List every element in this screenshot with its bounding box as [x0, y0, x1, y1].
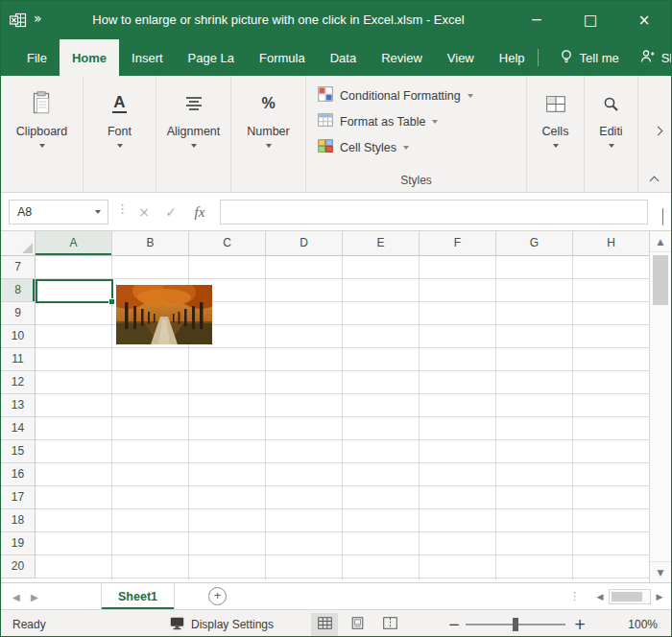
- search-icon: [603, 88, 619, 119]
- zoom-slider-thumb[interactable]: [513, 618, 518, 631]
- cancel-button[interactable]: ×: [132, 200, 156, 224]
- zoom-level-label[interactable]: 100%: [628, 618, 658, 631]
- close-button[interactable]: ×: [617, 1, 671, 39]
- formula-bar-drag-dots[interactable]: ⋮: [116, 201, 129, 216]
- row-header[interactable]: 9: [1, 302, 35, 325]
- excel-window: » How to enlarge or shrink picture with …: [0, 0, 672, 637]
- status-bar: Ready Display Settings: [1, 609, 671, 637]
- window-controls: ─ □ ×: [510, 1, 671, 39]
- tell-me-label: Tell me: [580, 51, 619, 65]
- page-layout-view-button[interactable]: [344, 613, 371, 636]
- row-header[interactable]: 10: [1, 325, 35, 348]
- maximize-button[interactable]: □: [564, 1, 617, 39]
- zoom-out-button[interactable]: −: [445, 616, 463, 633]
- clipboard-icon: [32, 88, 53, 119]
- scroll-up-arrow[interactable]: ▲: [650, 231, 671, 252]
- ribbon-group-font[interactable]: A Font: [84, 76, 156, 192]
- zoom-in-button[interactable]: +: [571, 616, 588, 633]
- menu-divider: [538, 49, 539, 66]
- row-header[interactable]: 7: [1, 256, 35, 279]
- ribbon-scroll-right-button[interactable]: [651, 105, 664, 156]
- share-label: Share: [661, 51, 672, 65]
- row-header[interactable]: 8: [1, 279, 35, 302]
- select-all-triangle-icon: [22, 243, 33, 253]
- alignment-icon: [185, 88, 203, 119]
- horizontal-scrollbar-thumb[interactable]: [612, 592, 642, 602]
- new-sheet-button[interactable]: +: [208, 587, 227, 605]
- ribbon-group-number[interactable]: % Number: [231, 76, 306, 192]
- column-header[interactable]: A: [36, 231, 112, 255]
- tab-home[interactable]: Home: [60, 39, 119, 76]
- autumn-path-picture[interactable]: [116, 285, 212, 344]
- zoom-slider-track[interactable]: [466, 624, 565, 625]
- scroll-down-arrow[interactable]: ▼: [650, 561, 671, 582]
- tab-file[interactable]: File: [14, 39, 60, 76]
- row-headers: 7 8 9 10 11 12 13 14 15 16 17 18 19 20: [1, 256, 36, 578]
- expand-formula-bar-button[interactable]: [662, 208, 663, 225]
- formula-input[interactable]: [220, 200, 648, 224]
- ribbon-group-label: Cells: [542, 125, 569, 138]
- enter-button[interactable]: ✓: [158, 200, 183, 224]
- row-header[interactable]: 20: [1, 555, 35, 578]
- row-header[interactable]: 16: [1, 463, 35, 486]
- name-box-value: A8: [10, 205, 95, 219]
- title-bar[interactable]: » How to enlarge or shrink picture with …: [1, 1, 671, 39]
- ribbon-group-editing[interactable]: Editi: [585, 76, 638, 192]
- column-header[interactable]: C: [189, 231, 266, 255]
- fill-handle[interactable]: [108, 298, 115, 305]
- share-button[interactable]: Share: [640, 49, 672, 66]
- conditional-formatting-button[interactable]: Conditional Formatting: [306, 83, 526, 108]
- column-header[interactable]: G: [496, 231, 573, 255]
- select-all-corner[interactable]: [1, 231, 36, 256]
- ribbon-group-label: Number: [247, 125, 289, 138]
- tab-data[interactable]: Data: [318, 39, 369, 76]
- tab-formulas[interactable]: Formula: [247, 39, 318, 76]
- tab-splitter-handle[interactable]: ⋮: [569, 590, 580, 602]
- collapse-ribbon-button[interactable]: [647, 174, 660, 185]
- sheet-tab-sheet1[interactable]: Sheet1: [101, 583, 175, 609]
- row-header[interactable]: 11: [1, 348, 35, 371]
- format-as-table-button[interactable]: Format as Table: [306, 108, 526, 134]
- page-break-preview-button[interactable]: [376, 613, 403, 636]
- window-title: How to enlarge or shrink picture with on…: [59, 1, 498, 39]
- minimize-button[interactable]: ─: [510, 1, 564, 39]
- column-header[interactable]: E: [343, 231, 420, 255]
- sheet-nav-left-arrow[interactable]: ◀: [12, 592, 20, 602]
- tab-view[interactable]: View: [435, 39, 487, 76]
- normal-view-button[interactable]: [311, 613, 338, 636]
- row-header[interactable]: 13: [1, 394, 35, 417]
- ribbon-group-alignment[interactable]: Alignment: [156, 76, 231, 192]
- row-header[interactable]: 15: [1, 440, 35, 463]
- column-header[interactable]: B: [112, 231, 189, 255]
- tab-insert[interactable]: Insert: [119, 39, 176, 76]
- quick-access-overflow-chevron[interactable]: »: [34, 11, 42, 26]
- scroll-left-arrow[interactable]: ◀: [591, 586, 609, 607]
- row-header[interactable]: 12: [1, 371, 35, 394]
- tab-page-layout[interactable]: Page La: [176, 39, 247, 76]
- column-header[interactable]: F: [420, 231, 496, 255]
- vertical-scrollbar[interactable]: ▲ ▼: [649, 231, 671, 582]
- font-icon: A: [112, 88, 126, 119]
- row-header[interactable]: 19: [1, 532, 35, 555]
- ribbon-group-cells[interactable]: Cells: [527, 76, 585, 192]
- horizontal-scrollbar-track[interactable]: [609, 589, 651, 604]
- row-header[interactable]: 17: [1, 486, 35, 509]
- chevron-down-icon: [266, 144, 272, 148]
- column-header[interactable]: D: [266, 231, 343, 255]
- name-box[interactable]: A8: [9, 200, 108, 224]
- tell-me-button[interactable]: Tell me: [560, 49, 619, 67]
- sheet-tab-bar: ◀ ▶ Sheet1 + ⋮ ◀ ▶: [1, 582, 671, 609]
- ribbon-group-clipboard[interactable]: Clipboard: [1, 76, 84, 192]
- row-header[interactable]: 18: [1, 509, 35, 532]
- row-header[interactable]: 14: [1, 417, 35, 440]
- insert-function-button[interactable]: fx: [187, 200, 212, 224]
- display-settings-button[interactable]: Display Settings: [170, 614, 274, 635]
- tab-review[interactable]: Review: [369, 39, 435, 76]
- chevron-down-icon: [39, 144, 45, 148]
- vertical-scrollbar-thumb[interactable]: [653, 255, 668, 305]
- sheet-nav-right-arrow[interactable]: ▶: [31, 592, 38, 602]
- cell-styles-button[interactable]: Cell Styles: [306, 134, 526, 160]
- tab-help[interactable]: Help: [487, 39, 538, 76]
- scroll-right-arrow[interactable]: ▶: [651, 586, 668, 607]
- column-header[interactable]: H: [573, 231, 650, 255]
